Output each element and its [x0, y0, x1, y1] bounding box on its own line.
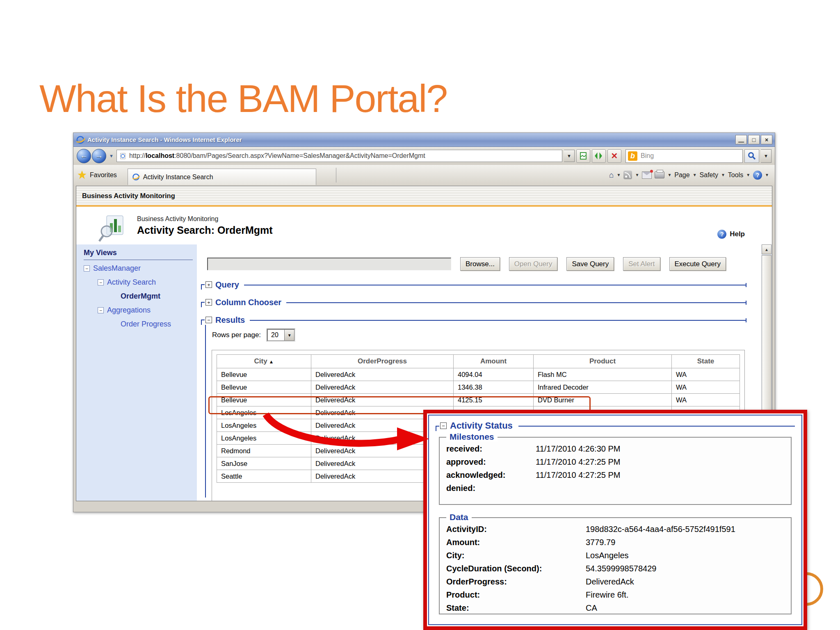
- history-dropdown-icon[interactable]: ▼: [108, 153, 115, 158]
- sidebar-my-views: My Views − SalesManager − Activity Searc…: [76, 244, 197, 501]
- favorites-label[interactable]: Favorites: [90, 171, 117, 179]
- open-query-button[interactable]: Open Query: [509, 257, 558, 271]
- browser-help-icon[interactable]: ?: [753, 171, 762, 180]
- window-title: Activity Instance Search - Windows Inter…: [87, 136, 735, 143]
- tab-separator: [336, 168, 336, 183]
- save-query-button[interactable]: Save Query: [566, 257, 614, 271]
- column-header-state[interactable]: State: [672, 355, 740, 368]
- section-results: − Results: [201, 315, 746, 325]
- sidebar-item-order-progress[interactable]: Order Progress: [121, 320, 197, 329]
- help-icon: ?: [717, 230, 726, 239]
- address-bar: ← → ▼ http://localhost:8080/bam/Pages/Se…: [73, 147, 775, 165]
- section-tick: [746, 318, 746, 322]
- minimize-button[interactable]: —: [735, 135, 747, 144]
- search-input[interactable]: b Bing: [625, 149, 743, 163]
- magnifier-icon: [748, 152, 756, 160]
- bing-icon: b: [628, 151, 637, 161]
- refresh-icon: [595, 152, 603, 160]
- search-options-dropdown[interactable]: ▼: [761, 149, 772, 163]
- expand-icon[interactable]: +: [205, 281, 212, 288]
- scroll-up-icon[interactable]: ▲: [762, 244, 772, 254]
- collapse-icon[interactable]: −: [98, 307, 104, 313]
- tab-title: Activity Instance Search: [143, 173, 213, 181]
- data-row: Amount: 3779.79: [446, 538, 785, 547]
- rss-feeds-icon[interactable]: [623, 171, 632, 179]
- favorites-bar: Favorites Activity Instance Search ⌂ ▼ ▼…: [73, 165, 775, 185]
- browse-button[interactable]: Browse...: [460, 257, 500, 271]
- home-dropdown-icon[interactable]: ▼: [617, 173, 621, 177]
- safety-dropdown-icon[interactable]: ▼: [721, 173, 725, 177]
- query-toolbar: Browse... Open Query Save Query Set Aler…: [207, 257, 726, 271]
- forward-button[interactable]: →: [92, 149, 106, 163]
- sidebar-item-salesmanager[interactable]: − SalesManager: [84, 264, 197, 273]
- column-header-product[interactable]: Product: [534, 355, 672, 368]
- milestone-row: denied:: [446, 484, 785, 493]
- activity-status-panel: − Activity Status Milestones received: 1…: [423, 410, 807, 630]
- search-go-button[interactable]: [744, 149, 759, 163]
- print-dropdown-icon[interactable]: ▼: [667, 173, 671, 177]
- table-header-row: City▲ OrderProgress Amount Product State: [217, 355, 740, 368]
- compatibility-view-button[interactable]: [576, 149, 590, 163]
- ie-tab-icon: [132, 173, 140, 181]
- sort-asc-icon: ▲: [269, 359, 274, 365]
- section-rule: [244, 285, 746, 285]
- callout-arrow: [258, 411, 438, 456]
- sidebar-item-aggregations[interactable]: − Aggregations: [98, 306, 197, 315]
- collapse-icon[interactable]: −: [440, 422, 447, 429]
- address-input[interactable]: http://localhost:8080/bam/Pages/Search.a…: [116, 150, 562, 162]
- section-query: + Query: [201, 280, 746, 290]
- feeds-dropdown-icon[interactable]: ▼: [635, 173, 639, 177]
- column-header-orderprogress[interactable]: OrderProgress: [311, 355, 454, 368]
- activity-status-title: Activity Status: [450, 420, 513, 431]
- query-input[interactable]: [207, 258, 451, 270]
- page-dropdown-icon[interactable]: ▼: [693, 173, 697, 177]
- set-alert-button[interactable]: Set Alert: [623, 257, 660, 271]
- print-icon[interactable]: [655, 171, 664, 178]
- close-button[interactable]: ×: [761, 135, 772, 144]
- bam-page-header: Business Activity Monitoring Activity Se…: [76, 207, 772, 244]
- stop-button[interactable]: ✕: [607, 149, 621, 163]
- section-rule: [250, 320, 746, 321]
- home-icon[interactable]: ⌂: [609, 171, 614, 180]
- rows-per-page: Rows per page: 20 ▼: [212, 329, 295, 342]
- help-link[interactable]: ? Help: [717, 230, 745, 239]
- back-button[interactable]: ←: [77, 149, 91, 163]
- chevron-down-icon[interactable]: ▼: [285, 329, 294, 341]
- sidebar-item-activity-search[interactable]: − Activity Search: [98, 278, 197, 287]
- milestones-fieldset: Milestones received: 11/17/2010 4:26:30 …: [439, 437, 792, 505]
- column-header-city[interactable]: City▲: [217, 355, 311, 368]
- rows-per-page-select[interactable]: 20 ▼: [267, 329, 295, 342]
- slide-title: What Is the BAM Portal?: [39, 76, 447, 121]
- milestones-legend: Milestones: [446, 432, 498, 442]
- column-header-amount[interactable]: Amount: [454, 355, 534, 368]
- tools-dropdown-icon[interactable]: ▼: [746, 173, 750, 177]
- mail-icon[interactable]: [642, 171, 652, 179]
- collapse-icon[interactable]: −: [98, 279, 104, 285]
- refresh-button[interactable]: [592, 149, 606, 163]
- url-text: http://localhost:8080/bam/Pages/Search.a…: [129, 152, 425, 160]
- data-row: City: LosAngeles: [446, 551, 785, 560]
- collapse-icon[interactable]: −: [84, 265, 90, 272]
- rows-per-page-label: Rows per page:: [212, 331, 261, 339]
- menu-tools[interactable]: Tools: [728, 171, 743, 179]
- tab-activity-instance-search[interactable]: Activity Instance Search: [128, 169, 316, 185]
- milestone-row: approved: 11/17/2010 4:27:25 PM: [446, 457, 785, 467]
- help-dropdown-icon[interactable]: ▼: [765, 173, 769, 177]
- table-row[interactable]: BellevueDeliveredAck 4094.04Flash MC WA: [217, 368, 740, 381]
- results-section-border: [205, 325, 206, 498]
- bam-band: Business Activity Monitoring: [76, 186, 772, 205]
- page-icon: [119, 153, 126, 160]
- window-titlebar[interactable]: Activity Instance Search - Windows Inter…: [73, 133, 775, 147]
- data-fieldset: Data ActivityID: 198d832c-a564-4aa4-af56…: [439, 517, 792, 614]
- menu-page[interactable]: Page: [674, 171, 689, 179]
- favorites-star-icon[interactable]: [78, 171, 87, 180]
- maximize-button[interactable]: □: [748, 135, 760, 144]
- sidebar-item-ordermgmt[interactable]: OrderMgmt: [121, 292, 197, 301]
- menu-safety[interactable]: Safety: [700, 171, 718, 179]
- table-row[interactable]: BellevueDeliveredAck 1346.38Infrared Dec…: [217, 381, 740, 394]
- collapse-icon[interactable]: −: [205, 317, 212, 323]
- expand-icon[interactable]: +: [205, 299, 212, 306]
- milestone-row: acknowledged: 11/17/2010 4:27:25 PM: [446, 470, 785, 480]
- url-dropdown-button[interactable]: ▼: [564, 150, 575, 162]
- execute-query-button[interactable]: Execute Query: [669, 257, 726, 271]
